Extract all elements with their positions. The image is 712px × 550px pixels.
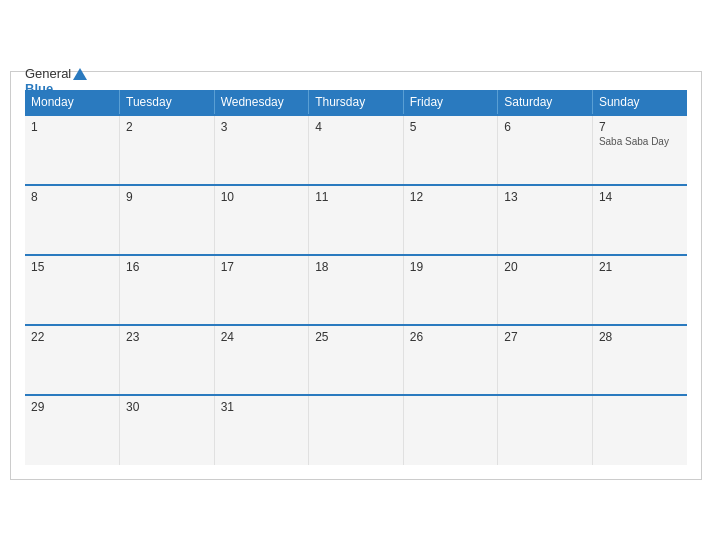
day-number: 26: [410, 330, 492, 344]
calendar-cell: 25: [309, 325, 404, 395]
logo: General Blue: [25, 67, 87, 96]
day-number: 15: [31, 260, 113, 274]
calendar-cell: 15: [25, 255, 120, 325]
day-number: 3: [221, 120, 303, 134]
calendar-cell: 30: [120, 395, 215, 465]
calendar-cell: 20: [498, 255, 593, 325]
calendar-cell: 31: [214, 395, 309, 465]
calendar-cell: 19: [403, 255, 498, 325]
day-number: 11: [315, 190, 397, 204]
calendar-cell: 8: [25, 185, 120, 255]
day-number: 12: [410, 190, 492, 204]
day-number: 30: [126, 400, 208, 414]
calendar-cell: 16: [120, 255, 215, 325]
day-number: 23: [126, 330, 208, 344]
calendar-cell: [309, 395, 404, 465]
calendar-cell: 24: [214, 325, 309, 395]
calendar-cell: 17: [214, 255, 309, 325]
day-number: 4: [315, 120, 397, 134]
calendar-cell: 9: [120, 185, 215, 255]
day-number: 22: [31, 330, 113, 344]
calendar-cell: 2: [120, 115, 215, 185]
calendar-header-row: MondayTuesdayWednesdayThursdayFridaySatu…: [25, 90, 687, 115]
calendar-cell: 4: [309, 115, 404, 185]
calendar-cell: 12: [403, 185, 498, 255]
day-number: 31: [221, 400, 303, 414]
calendar-cell: 11: [309, 185, 404, 255]
day-number: 5: [410, 120, 492, 134]
calendar-cell: 28: [592, 325, 687, 395]
day-number: 20: [504, 260, 586, 274]
calendar-week-row: 891011121314: [25, 185, 687, 255]
day-number: 28: [599, 330, 681, 344]
calendar-week-row: 15161718192021: [25, 255, 687, 325]
day-number: 6: [504, 120, 586, 134]
calendar-cell: 29: [25, 395, 120, 465]
day-number: 1: [31, 120, 113, 134]
day-number: 7: [599, 120, 681, 134]
day-number: 24: [221, 330, 303, 344]
calendar-cell: 27: [498, 325, 593, 395]
calendar-cell: [498, 395, 593, 465]
day-number: 19: [410, 260, 492, 274]
weekday-header: Wednesday: [214, 90, 309, 115]
day-number: 9: [126, 190, 208, 204]
calendar-week-row: 1234567Saba Saba Day: [25, 115, 687, 185]
day-number: 2: [126, 120, 208, 134]
weekday-header: Thursday: [309, 90, 404, 115]
calendar-week-row: 22232425262728: [25, 325, 687, 395]
day-number: 14: [599, 190, 681, 204]
calendar-cell: 10: [214, 185, 309, 255]
calendar-table: MondayTuesdayWednesdayThursdayFridaySatu…: [25, 90, 687, 465]
logo-triangle-icon: [73, 68, 87, 80]
calendar-cell: 3: [214, 115, 309, 185]
day-number: 8: [31, 190, 113, 204]
calendar-cell: 7Saba Saba Day: [592, 115, 687, 185]
calendar-cell: 1: [25, 115, 120, 185]
calendar: General Blue MondayTuesdayWednesdayThurs…: [10, 71, 702, 480]
day-number: 27: [504, 330, 586, 344]
holiday-label: Saba Saba Day: [599, 136, 681, 147]
day-number: 18: [315, 260, 397, 274]
calendar-cell: 18: [309, 255, 404, 325]
calendar-cell: 21: [592, 255, 687, 325]
day-number: 17: [221, 260, 303, 274]
day-number: 21: [599, 260, 681, 274]
calendar-cell: 22: [25, 325, 120, 395]
day-number: 16: [126, 260, 208, 274]
day-number: 29: [31, 400, 113, 414]
calendar-cell: 13: [498, 185, 593, 255]
calendar-cell: 14: [592, 185, 687, 255]
calendar-cell: 23: [120, 325, 215, 395]
calendar-cell: 6: [498, 115, 593, 185]
logo-general-text: General: [25, 67, 87, 81]
day-number: 25: [315, 330, 397, 344]
calendar-week-row: 293031: [25, 395, 687, 465]
day-number: 13: [504, 190, 586, 204]
weekday-header: Tuesday: [120, 90, 215, 115]
logo-blue-text: Blue: [25, 82, 53, 96]
day-number: 10: [221, 190, 303, 204]
calendar-cell: [403, 395, 498, 465]
calendar-cell: [592, 395, 687, 465]
weekday-header: Saturday: [498, 90, 593, 115]
calendar-body: 1234567Saba Saba Day89101112131415161718…: [25, 115, 687, 465]
weekday-header: Sunday: [592, 90, 687, 115]
calendar-cell: 26: [403, 325, 498, 395]
weekday-header: Friday: [403, 90, 498, 115]
calendar-cell: 5: [403, 115, 498, 185]
